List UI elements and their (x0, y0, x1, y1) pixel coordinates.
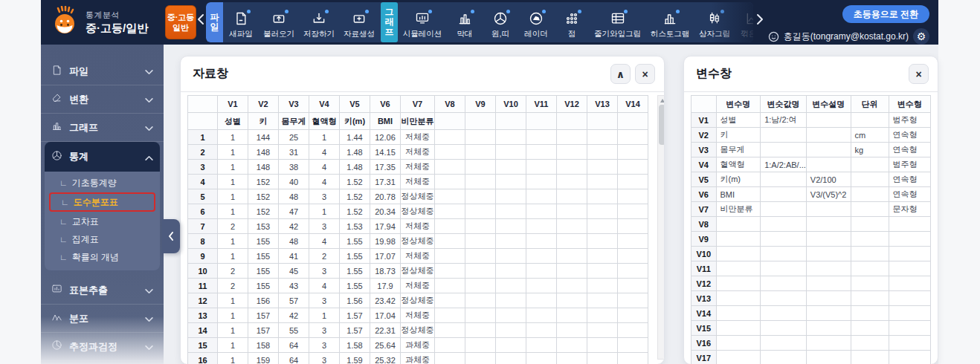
variable-cell[interactable] (851, 351, 889, 364)
variable-label-cell[interactable]: 비만분류 (401, 113, 435, 130)
row-header[interactable]: 13 (188, 308, 218, 323)
data-cell[interactable] (618, 308, 648, 323)
variable-label-cell[interactable]: 몸무게 (279, 113, 309, 130)
data-cell[interactable] (465, 264, 496, 279)
data-cell[interactable] (435, 323, 465, 338)
collapse-panel-button[interactable]: ∧ (610, 64, 631, 84)
data-cell[interactable] (496, 204, 526, 219)
data-cell[interactable] (496, 308, 526, 323)
row-header[interactable]: 6 (188, 204, 218, 219)
box-plot-button[interactable]: 상자그림 (694, 2, 735, 42)
data-cell[interactable] (526, 204, 557, 219)
column-header[interactable]: V9 (465, 96, 496, 113)
row-header[interactable]: 9 (188, 249, 218, 264)
data-cell[interactable]: 저체중 (401, 130, 435, 145)
data-cell[interactable] (618, 264, 648, 279)
data-cell[interactable] (435, 160, 465, 175)
data-cell[interactable] (618, 204, 648, 219)
variable-label-cell[interactable] (618, 113, 648, 130)
data-cell[interactable]: 1.55 (340, 264, 370, 279)
data-cell[interactable]: 1 (218, 308, 248, 323)
data-cell[interactable]: 1.58 (340, 338, 370, 353)
data-cell[interactable]: 과체중 (401, 338, 435, 353)
data-cell[interactable] (465, 219, 496, 234)
variable-cell[interactable] (716, 261, 761, 276)
variable-cell[interactable] (851, 172, 889, 187)
data-cell[interactable] (435, 338, 465, 353)
data-cell[interactable]: 1.56 (340, 293, 370, 308)
data-cell[interactable] (465, 204, 496, 219)
data-cell[interactable] (435, 264, 465, 279)
data-cell[interactable] (557, 160, 587, 175)
variable-cell[interactable] (716, 321, 761, 336)
variable-cell[interactable] (889, 276, 930, 291)
variable-cell[interactable] (716, 336, 761, 351)
data-cell[interactable]: 23.42 (370, 293, 401, 308)
variable-cell[interactable] (761, 321, 807, 336)
toolbar-scroll-left-button[interactable] (197, 13, 204, 27)
switch-to-elementary-button[interactable]: 초등용으로 전환 (842, 5, 929, 23)
vertical-scrollbar[interactable] (657, 95, 665, 360)
data-cell[interactable] (587, 338, 618, 353)
data-cell[interactable] (587, 160, 618, 175)
data-cell[interactable]: 22.31 (370, 323, 401, 338)
variable-cell[interactable] (716, 291, 761, 306)
column-header[interactable]: 단위 (851, 96, 889, 113)
data-cell[interactable]: 14.15 (370, 145, 401, 160)
variable-cell[interactable] (761, 276, 807, 291)
data-cell[interactable]: 41 (279, 249, 309, 264)
row-header[interactable]: 2 (188, 145, 218, 160)
variable-cell[interactable] (716, 232, 761, 247)
data-cell[interactable] (557, 264, 587, 279)
data-cell[interactable]: 1.55 (340, 279, 370, 293)
data-cell[interactable] (526, 219, 557, 234)
data-cell[interactable]: 1 (218, 293, 248, 308)
data-cell[interactable] (557, 338, 587, 353)
data-cell[interactable]: 정상체중 (401, 234, 435, 249)
sidebar-item-graph[interactable]: 그래프 (41, 114, 164, 142)
data-cell[interactable]: 25.32 (370, 353, 401, 364)
submenu-item-frequency-table[interactable]: ∟ 도수분포표 (49, 192, 155, 212)
sidebar-item-distribution[interactable]: 분포 (41, 305, 164, 333)
row-header[interactable]: 16 (188, 353, 218, 364)
sidebar-item-estimation-testing[interactable]: 추정과검정 (41, 333, 164, 361)
open-file-button[interactable]: 불러오기 (259, 2, 299, 42)
data-cell[interactable] (435, 308, 465, 323)
variable-label-cell[interactable] (465, 113, 496, 130)
data-cell[interactable]: 1 (218, 204, 248, 219)
variable-cell[interactable] (851, 336, 889, 351)
variable-label-cell[interactable] (526, 113, 557, 130)
data-cell[interactable] (465, 130, 496, 145)
data-cell[interactable] (435, 219, 465, 234)
variable-cell[interactable] (806, 217, 851, 232)
variable-cell[interactable]: 연속형 (889, 128, 930, 143)
data-cell[interactable]: 1 (218, 175, 248, 189)
variable-cell[interactable] (806, 128, 851, 143)
data-cell[interactable] (618, 249, 648, 264)
variable-cell[interactable] (716, 276, 761, 291)
column-header[interactable]: V8 (435, 96, 465, 113)
data-cell[interactable]: 148 (248, 160, 279, 175)
sidebar-item-open-window[interactable]: 창열기 (41, 361, 164, 364)
data-cell[interactable]: 155 (248, 234, 279, 249)
data-cell[interactable] (465, 249, 496, 264)
data-cell[interactable] (465, 160, 496, 175)
data-cell[interactable]: 152 (248, 204, 279, 219)
row-header[interactable]: 15 (188, 338, 218, 353)
variable-cell[interactable]: 연속형 (889, 172, 930, 187)
row-header[interactable]: V3 (692, 143, 717, 157)
variable-cell[interactable] (806, 157, 851, 172)
data-cell[interactable] (465, 189, 496, 204)
variable-cell[interactable] (806, 202, 851, 217)
data-cell[interactable] (526, 160, 557, 175)
variable-cell[interactable] (761, 291, 807, 306)
data-cell[interactable] (587, 145, 618, 160)
data-cell[interactable] (435, 279, 465, 293)
row-header[interactable]: V12 (692, 276, 717, 291)
row-header[interactable]: V8 (692, 217, 717, 232)
data-cell[interactable]: 43 (279, 279, 309, 293)
settings-button[interactable]: ⚙ (913, 28, 929, 45)
data-cell[interactable]: 152 (248, 189, 279, 204)
data-cell[interactable] (557, 323, 587, 338)
variable-cell[interactable]: 몸무게 (716, 143, 761, 157)
